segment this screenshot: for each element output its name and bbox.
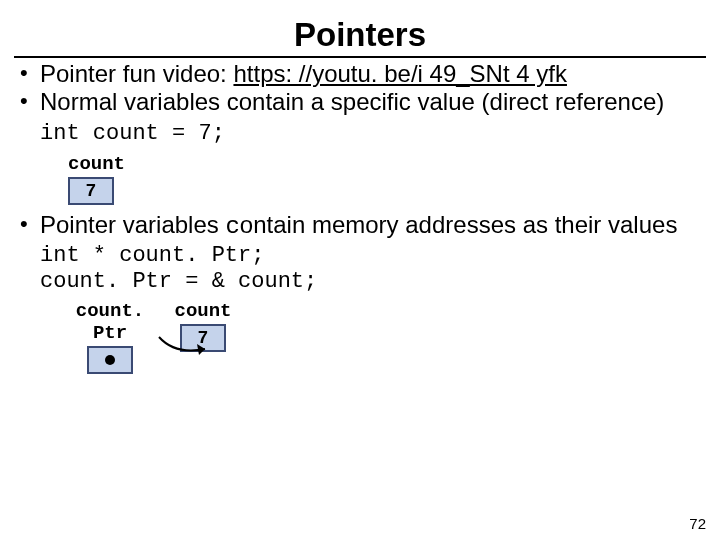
slide-title: Pointers	[0, 0, 720, 54]
bullet-video: Pointer fun video: https: //youtu. be/i …	[14, 60, 706, 88]
label-count-2: count	[168, 300, 238, 322]
diagram-pointer: count. Ptr count 7	[60, 300, 720, 360]
label-countptr: count. Ptr	[60, 300, 160, 344]
code-line-1: int * count. Ptr;	[40, 243, 720, 269]
code-line-2: count. Ptr = & count;	[40, 269, 720, 295]
code-int-count: int count = 7;	[40, 121, 225, 146]
bullet-pointer-vars: Pointer variables contain memory address…	[14, 211, 706, 241]
bullet-pointer-c: c	[225, 213, 239, 240]
bullet-list-2: Pointer variables contain memory address…	[0, 211, 720, 241]
title-underline	[14, 56, 706, 58]
bullet-pointer-text-2: ontain memory addresses as their values	[240, 211, 678, 238]
pointer-dot-icon	[105, 355, 115, 365]
page-number: 72	[689, 515, 706, 532]
label-count: count	[68, 153, 114, 175]
bullet-list: Pointer fun video: https: //youtu. be/i …	[0, 60, 720, 147]
video-link[interactable]: https: //youtu. be/i 49_SNt 4 yfk	[233, 60, 567, 87]
box-count-value: 7	[68, 177, 114, 205]
bullet-pointer-text-1: Pointer variables	[40, 211, 225, 238]
box-count-value-2: 7	[180, 324, 226, 352]
bullet-normal-vars: Normal variables contain a specific valu…	[14, 88, 706, 146]
code-block-ptr: int * count. Ptr; count. Ptr = & count;	[40, 243, 720, 296]
diagram-count: count 7	[68, 153, 720, 205]
box-countptr	[87, 346, 133, 374]
bullet-normal-text: Normal variables contain a specific valu…	[40, 88, 664, 115]
bullet-video-prefix: Pointer fun video:	[40, 60, 233, 87]
col-count: count 7	[168, 300, 238, 352]
col-ptr: count. Ptr	[60, 300, 160, 374]
